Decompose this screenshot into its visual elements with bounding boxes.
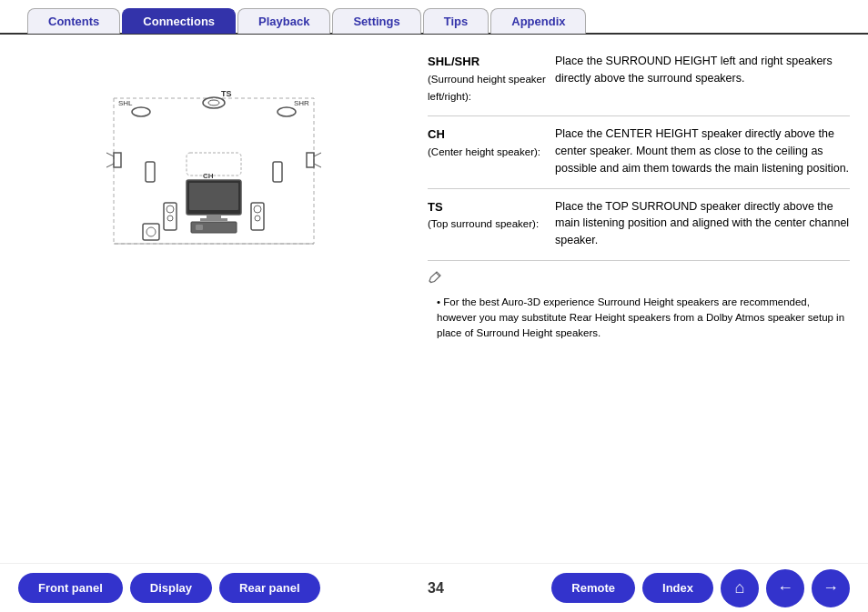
svg-rect-8 — [114, 153, 121, 167]
svg-rect-26 — [143, 224, 159, 240]
home-button[interactable]: ⌂ — [721, 569, 759, 607]
page-number: 34 — [428, 580, 444, 597]
svg-point-22 — [167, 216, 173, 221]
ch-text: Place the CENTER HEIGHT speaker directly… — [555, 125, 850, 176]
speaker-diagram: TS SHL SHR — [68, 62, 359, 262]
display-button[interactable]: Display — [130, 573, 212, 603]
svg-text:TS: TS — [221, 89, 232, 98]
svg-rect-28 — [146, 162, 155, 182]
svg-point-21 — [167, 206, 174, 213]
shl-shr-label: SHL/SHR (Surround height speaker left/ri… — [428, 53, 555, 105]
ts-label: TS (Top surround speaker): — [428, 198, 555, 234]
tab-tips[interactable]: Tips — [423, 8, 490, 34]
svg-rect-19 — [196, 225, 203, 230]
nav-tabs: Contents Connections Playback Settings T… — [0, 0, 868, 35]
tab-appendix[interactable]: Appendix — [490, 8, 586, 34]
svg-rect-17 — [200, 218, 227, 221]
svg-point-4 — [132, 107, 150, 116]
prev-button[interactable]: ← — [766, 569, 804, 607]
svg-rect-20 — [164, 203, 177, 230]
ch-section: CH (Center height speaker): Place the CE… — [428, 115, 850, 176]
svg-text:SHL: SHL — [118, 99, 133, 107]
next-icon: → — [823, 578, 839, 597]
tab-playback[interactable]: Playback — [237, 8, 330, 34]
main-content: TS SHL SHR — [0, 35, 868, 554]
home-icon: ⌂ — [735, 578, 745, 597]
next-button[interactable]: → — [812, 569, 850, 607]
svg-line-13 — [314, 164, 321, 167]
svg-rect-29 — [273, 162, 282, 182]
prev-icon: ← — [777, 578, 793, 597]
svg-line-12 — [314, 153, 321, 156]
shl-shr-section: SHL/SHR (Surround height speaker left/ri… — [428, 53, 850, 105]
note-section: For the best Auro-3D experience Surround… — [428, 260, 850, 342]
bottom-nav-right: Remote Index ⌂ ← → — [551, 569, 850, 607]
shl-shr-text: Place the SURROUND HEIGHT left and right… — [555, 53, 850, 87]
svg-point-2 — [208, 100, 219, 105]
ts-section: TS (Top surround speaker): Place the TOP… — [428, 188, 850, 249]
note-text: For the best Auro-3D experience Surround… — [428, 295, 850, 342]
tab-connections[interactable]: Connections — [122, 8, 236, 34]
svg-rect-23 — [251, 203, 264, 230]
front-panel-button[interactable]: Front panel — [18, 573, 123, 603]
info-area: SHL/SHR (Surround height speaker left/ri… — [409, 53, 850, 545]
diagram-area: TS SHL SHR — [18, 53, 409, 545]
index-button[interactable]: Index — [642, 573, 713, 603]
svg-point-27 — [146, 227, 156, 236]
svg-point-25 — [255, 216, 260, 221]
svg-rect-16 — [207, 215, 221, 218]
ch-label: CH (Center height speaker): — [428, 125, 555, 161]
svg-rect-15 — [189, 183, 238, 210]
remote-button[interactable]: Remote — [551, 573, 635, 603]
bottom-nav: Front panel Display Rear panel 34 Remote… — [0, 563, 868, 612]
svg-rect-11 — [307, 153, 314, 167]
svg-text:SHR: SHR — [294, 99, 309, 107]
svg-line-34 — [429, 281, 431, 283]
svg-rect-32 — [187, 153, 241, 176]
ts-text: Place the TOP SURROUND speaker directly … — [555, 198, 850, 249]
pencil-icon — [428, 270, 442, 290]
svg-point-6 — [278, 107, 296, 116]
rear-panel-button[interactable]: Rear panel — [219, 573, 319, 603]
svg-point-24 — [254, 206, 261, 213]
bottom-nav-left: Front panel Display Rear panel — [18, 573, 320, 603]
tab-contents[interactable]: Contents — [27, 8, 120, 34]
tab-settings[interactable]: Settings — [332, 8, 420, 34]
svg-line-9 — [106, 153, 114, 156]
svg-line-10 — [106, 164, 114, 167]
svg-point-1 — [203, 97, 225, 108]
